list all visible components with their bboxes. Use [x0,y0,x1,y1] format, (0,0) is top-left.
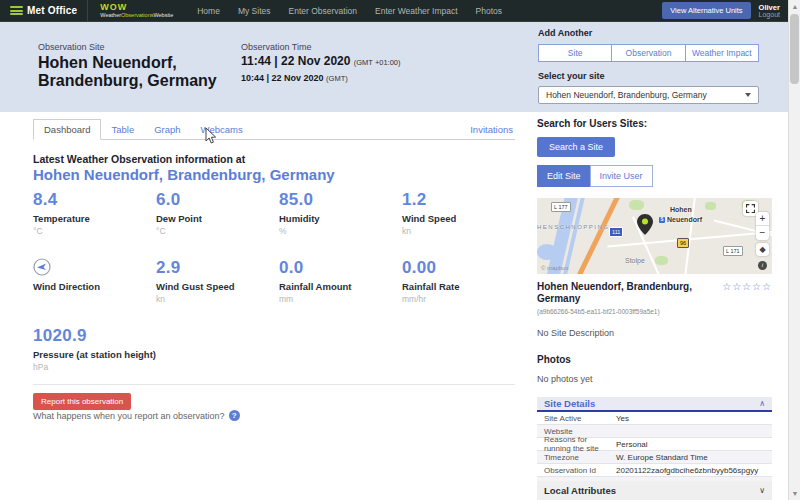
star-icon[interactable]: ☆ [742,281,752,292]
metric-pressure-at-station-height: 1020.9Pressure (at station height)hPa [33,326,156,372]
scroll-down-arrow[interactable]: ▼ [789,487,800,500]
site-id: (a9b66266-54b5-ea11-bf21-0003ff59a5e1) [537,308,772,315]
latest-observation-intro: Latest Weather Observation information a… [33,153,245,165]
metric-rainfall-amount: 0.0Rainfall Amountmm [279,258,402,304]
map-marker-pin[interactable] [637,214,653,235]
map-water-lake [537,244,557,260]
content-divider [33,384,515,385]
add-another-block: Add Another SiteObservationWeather Impac… [538,28,759,104]
nav-item-enter-weather-impact[interactable]: Enter Weather Impact [375,6,458,16]
detail-row-reasons-for-running-the-site: Reasons for running the sitePersonal [537,438,772,451]
metric-value-rainfall-rate: 0.00 [402,258,525,278]
road-shield-l177: L 177 [551,202,571,212]
add-site-button[interactable]: Site [538,44,612,62]
metric-label-rainfall-amount: Rainfall Amount [279,281,402,292]
metric-value-humidity: 85.0 [279,190,402,210]
metoffice-brand[interactable]: Met Office [0,0,87,21]
metric-wind-direction: Wind Direction [33,258,156,304]
map-green-area [705,202,716,210]
user-name: Oliver [759,4,780,11]
scroll-up-arrow[interactable]: ▲ [789,0,800,13]
metric-value-rainfall-amount: 0.0 [279,258,402,278]
site-map[interactable]: L 177 HENSCHNOPPING 111 96 L 171 Hohen S… [537,198,772,274]
star-icon[interactable]: ☆ [722,281,732,292]
invite-user-button[interactable]: Invite User [590,165,653,187]
tab-table[interactable]: Table [101,120,144,139]
detail-value-timezone: W. Europe Standard Time [616,453,708,462]
metric-unit-rainfall-amount: mm [279,294,402,304]
town-label-line2: Neuendorf [667,216,702,223]
tab-dashboard[interactable]: Dashboard [33,119,101,140]
no-photos-text: No photos yet [537,374,772,384]
metric-label-wind-gust-speed: Wind Gust Speed [156,281,279,292]
logout-link[interactable]: Logout [759,11,780,18]
map-compass-button[interactable]: ◆ [756,243,769,256]
search-users-sites-label: Search for Users Sites: [537,118,772,129]
metric-humidity: 85.0Humidity% [279,190,402,236]
metric-label-rainfall-rate: Rainfall Rate [402,281,525,292]
gmt-time: 10:44 | 22 Nov 2020 (GMT) [241,73,401,83]
metric-rainfall-rate: 0.00Rainfall Ratemm/hr [402,258,525,304]
search-a-site-button[interactable]: Search a Site [537,137,615,157]
detail-value-reasons-for-running-the-site: Personal [616,440,648,449]
tab-webcams[interactable]: Webcams [191,120,253,139]
page-scrollbar[interactable]: ▲ ▼ [788,0,800,500]
metric-value-wind-gust-speed: 2.9 [156,258,279,278]
wow-logo[interactable]: WOW WeatherObservationsWebsite [87,0,183,21]
map-zoom-control[interactable]: + − [756,212,769,240]
edit-site-button[interactable]: Edit Site [537,165,591,187]
dashboard-site-name: Hohen Neuendorf, Brandenburg, Germany [33,166,335,183]
metric-label-wind-direction: Wind Direction [33,281,156,292]
map-info-icon[interactable]: i [758,261,767,270]
detail-label-observation-id: Observation Id [537,466,616,475]
site-rating-stars[interactable]: ☆☆☆☆☆ [722,281,772,305]
tab-invitations[interactable]: Invitations [468,120,515,139]
observation-site-label: Observation Site [38,42,258,52]
village-label: Stolpe [625,257,645,264]
no-site-description: No Site Description [537,328,772,338]
map-area-label: HENSCHNOPPING [537,224,610,230]
detail-value-site-active: Yes [616,414,629,423]
map-zoom-in-button[interactable]: + [756,212,769,226]
site-details-header[interactable]: Site Details ∧ [537,397,772,412]
view-alternative-units-button[interactable]: View Alternative Units [662,2,750,19]
map-zoom-out-button[interactable]: − [756,226,769,240]
metric-value-wind-direction [33,258,156,278]
star-icon[interactable]: ☆ [732,281,742,292]
add-observation-button[interactable]: Observation [611,44,685,62]
star-icon[interactable]: ☆ [762,281,772,292]
nav-item-enter-observation[interactable]: Enter Observation [289,6,358,16]
metric-unit-wind-speed: kn [402,226,525,236]
wow-subtitle: WeatherObservationsWebsite [100,12,173,18]
edit-invite-group: Edit Site Invite User [537,165,772,187]
nav-item-home[interactable]: Home [197,6,220,16]
metric-value-temperature: 8.4 [33,190,156,210]
add-weather-impact-button[interactable]: Weather Impact [685,44,759,62]
metric-unit-rainfall-rate: mm/hr [402,294,525,304]
tab-graph[interactable]: Graph [144,120,190,139]
star-icon[interactable]: ☆ [752,281,762,292]
chevron-down-icon [745,93,751,97]
site-details-rows: Site ActiveYesWebsiteReasons for running… [537,412,772,490]
detail-row-site-active: Site ActiveYes [537,412,772,425]
scrollbar-thumb[interactable] [790,14,799,84]
nav-item-my-sites[interactable]: My Sites [238,6,271,16]
chevron-down-icon: ∨ [759,486,765,495]
mapbox-attribution[interactable]: © mapbox [541,265,568,271]
metrics-grid: 8.4Temperature°C6.0Dew Point°C85.0Humidi… [33,190,525,372]
metric-label-humidity: Humidity [279,213,402,224]
site-select-dropdown[interactable]: Hohen Neuendorf, Brandenburg, Germany [538,86,759,104]
nav-items: HomeMy SitesEnter ObservationEnter Weath… [197,6,662,16]
top-nav: Met Office WOW WeatherObservationsWebsit… [0,0,788,22]
road-shield-111: 111 [609,227,623,237]
local-time: 11:44 | 22 Nov 2020 (GMT +01:00) [241,54,401,68]
metric-temperature: 8.4Temperature°C [33,190,156,236]
local-attributes-header[interactable]: Local Attributes ∨ [537,481,772,500]
metric-unit-pressure-at-station-height: hPa [33,362,156,372]
wow-title: WOW [100,3,173,12]
nav-item-photos[interactable]: Photos [476,6,502,16]
help-question-icon[interactable]: ? [229,410,240,421]
report-observation-button[interactable]: Report this observation [33,393,131,410]
metric-label-wind-speed: Wind Speed [402,213,525,224]
metric-label-dew-point: Dew Point [156,213,279,224]
